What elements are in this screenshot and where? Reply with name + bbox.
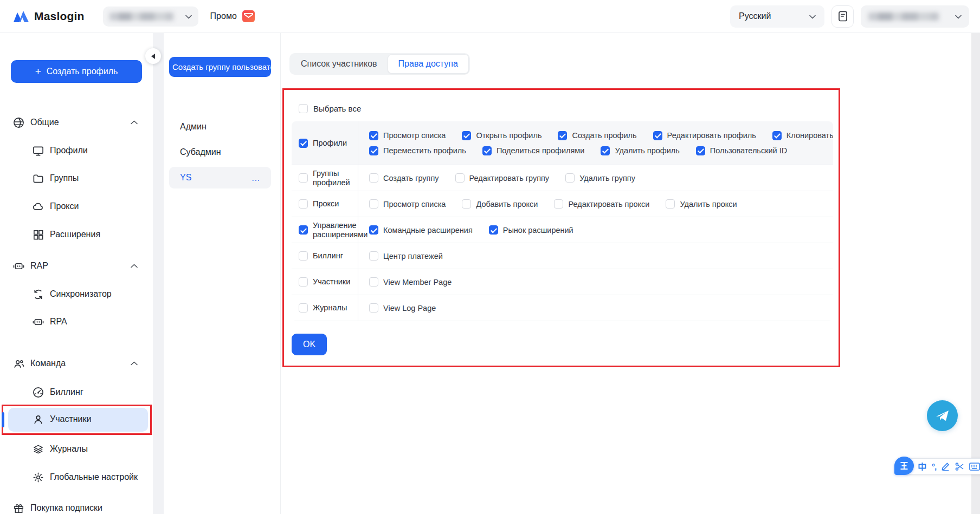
permission-item[interactable]: Рынок расширений — [489, 225, 573, 235]
sidebar-item-global-settings[interactable]: Глобальные настройк — [0, 466, 153, 488]
category-checkbox[interactable] — [299, 303, 308, 313]
permission-item[interactable]: Редактировать профиль — [653, 131, 756, 140]
sidebar-item-synchronizer[interactable]: Синхронизатор — [0, 283, 153, 305]
category-checkbox[interactable] — [299, 277, 308, 287]
select-all-checkbox[interactable] — [299, 104, 308, 113]
select-all-control[interactable]: Выбрать все — [299, 104, 361, 113]
sidebar-item-profiles[interactable]: Профили — [0, 140, 153, 161]
page-scrollbar[interactable] — [971, 0, 980, 514]
permission-checkbox[interactable] — [772, 131, 782, 140]
category-checkbox[interactable] — [299, 173, 308, 183]
permission-checkbox[interactable] — [455, 173, 465, 183]
tab-members-list[interactable]: Список участников — [291, 54, 388, 74]
ime-chinese-mode-icon[interactable] — [918, 462, 927, 471]
permission-category[interactable]: Профили — [292, 121, 358, 165]
permission-category[interactable]: Группы профилей — [292, 165, 358, 191]
sidebar-item-rpa[interactable]: RPA — [0, 311, 153, 333]
workspace-selector[interactable] — [103, 6, 198, 27]
permission-item[interactable]: Удалить прокси — [666, 199, 737, 209]
permission-checkbox[interactable] — [666, 199, 675, 209]
permission-item[interactable]: Клонировать профиль — [772, 131, 833, 140]
category-checkbox[interactable] — [299, 139, 308, 148]
group-item-admin[interactable]: Админ — [169, 116, 271, 138]
sidebar-section-team[interactable]: Команда — [0, 353, 153, 374]
permission-checkbox[interactable] — [369, 131, 378, 140]
permission-category-label: Прокси — [313, 199, 339, 209]
permission-checkbox[interactable] — [554, 199, 563, 209]
sidebar-item-label: Журналы — [50, 444, 88, 454]
create-profile-label: Создать профиль — [47, 67, 118, 76]
permission-item[interactable]: Переместить профиль — [369, 146, 466, 155]
group-item-ys[interactable]: YS ... — [169, 167, 271, 188]
ime-punctuation-icon[interactable]: °, — [932, 462, 936, 471]
permission-category[interactable]: Биллинг — [292, 243, 358, 269]
category-checkbox[interactable] — [299, 199, 308, 209]
sidebar-section-rap[interactable]: RAP — [0, 255, 153, 277]
permission-item[interactable]: Удалить профиль — [601, 146, 679, 155]
permission-checkbox[interactable] — [462, 199, 471, 209]
sidebar-item-proxy[interactable]: Прокси — [0, 196, 153, 217]
permission-item[interactable]: Открыть профиль — [462, 131, 541, 140]
ime-sogou-icon[interactable] — [894, 457, 914, 475]
create-profile-button[interactable]: + Создать профиль — [11, 60, 142, 83]
ime-scissors-icon[interactable] — [955, 462, 964, 471]
sidebar-item-buy-subscription[interactable]: Покупка подписки — [0, 497, 153, 514]
permission-checkbox[interactable] — [558, 131, 567, 140]
permission-item[interactable]: View Log Page — [369, 303, 436, 313]
permission-item[interactable]: Просмотр списка — [369, 199, 446, 209]
docs-button[interactable] — [831, 5, 854, 28]
permission-checkbox[interactable] — [369, 173, 378, 183]
sidebar-section-general[interactable]: Общие — [0, 112, 153, 133]
permission-item[interactable]: Центр платежей — [369, 251, 443, 261]
permission-checkbox[interactable] — [696, 146, 705, 155]
category-checkbox[interactable] — [299, 251, 308, 261]
permission-item[interactable]: Поделиться профилями — [482, 146, 585, 155]
permission-checkbox[interactable] — [482, 146, 492, 155]
permission-item[interactable]: Создать группу — [369, 173, 439, 183]
sidebar-item-logs[interactable]: Журналы — [0, 438, 153, 460]
sidebar-item-billing[interactable]: Биллинг — [0, 381, 153, 403]
permission-category[interactable]: Участники — [292, 269, 358, 295]
permission-category[interactable]: Управление расширениями — [292, 217, 358, 243]
permission-checkbox[interactable] — [565, 173, 575, 183]
sidebar-item-members[interactable]: Участники — [0, 408, 153, 430]
permission-checkbox[interactable] — [462, 131, 471, 140]
permission-item[interactable]: Командные расширения — [369, 225, 473, 235]
sidebar-item-groups[interactable]: Группы — [0, 167, 153, 189]
permission-checkbox[interactable] — [369, 251, 378, 261]
tab-access-rights[interactable]: Права доступа — [388, 54, 469, 74]
permission-checkbox[interactable] — [369, 225, 378, 235]
ime-handwriting-icon[interactable] — [941, 462, 950, 471]
permission-checkbox[interactable] — [653, 131, 662, 140]
sidebar-item-extensions[interactable]: Расширения — [0, 224, 153, 245]
permission-category[interactable]: Прокси — [292, 191, 358, 217]
permission-item[interactable]: Просмотр списка — [369, 131, 446, 140]
permission-item[interactable]: View Member Page — [369, 277, 452, 287]
ime-keyboard-icon[interactable] — [969, 463, 980, 471]
account-selector[interactable] — [861, 5, 969, 28]
category-checkbox[interactable] — [299, 225, 308, 235]
ok-button[interactable]: OK — [292, 334, 327, 355]
promo-link[interactable]: Промо — [210, 10, 255, 22]
permission-item[interactable]: Редактировать группу — [455, 173, 550, 183]
permission-item[interactable]: Редактировать прокси — [554, 199, 649, 209]
permission-checkbox[interactable] — [601, 146, 610, 155]
collapse-sidebar-button[interactable] — [145, 48, 161, 64]
permission-item[interactable]: Удалить группу — [565, 173, 635, 183]
permission-items: Создать группуРедактировать группуУдалит… — [358, 165, 833, 191]
permission-item[interactable]: Создать профиль — [558, 131, 636, 140]
permission-item[interactable]: Пользовательский ID — [696, 146, 787, 155]
permission-item[interactable]: Добавить прокси — [462, 199, 538, 209]
group-menu-button[interactable]: ... — [252, 173, 260, 183]
permission-checkbox[interactable] — [369, 277, 378, 287]
language-selector[interactable]: Русский — [730, 5, 824, 28]
group-item-subadmin[interactable]: Субадмин — [169, 141, 271, 163]
permission-category[interactable]: Журналы — [292, 295, 358, 321]
permission-checkbox[interactable] — [369, 303, 378, 313]
permission-row: Группы профилейСоздать группуРедактирова… — [292, 165, 833, 191]
permission-checkbox[interactable] — [489, 225, 498, 235]
permission-checkbox[interactable] — [369, 199, 378, 209]
permission-checkbox[interactable] — [369, 146, 378, 155]
create-user-group-button[interactable]: Создать группу пользовате — [169, 57, 271, 77]
telegram-button[interactable] — [927, 400, 958, 431]
